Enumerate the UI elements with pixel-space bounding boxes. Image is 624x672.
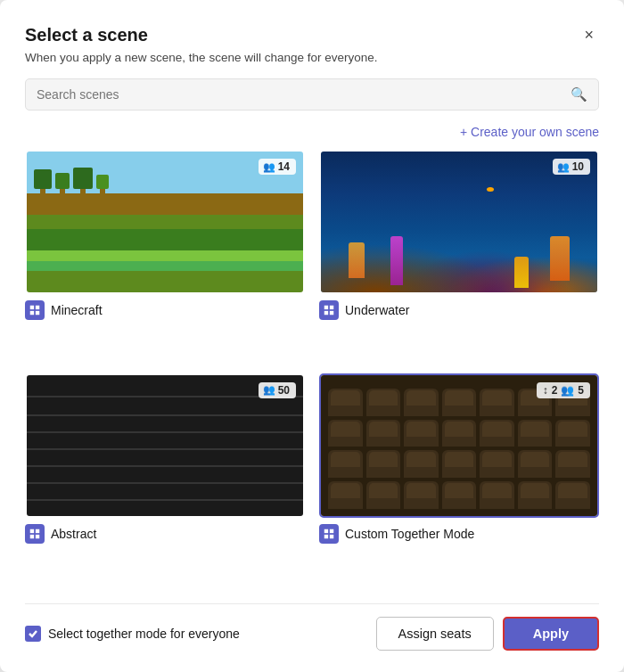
scene-label-row-custom: Custom Together Mode (319, 524, 599, 544)
scene-card-underwater[interactable]: 👥 10 Underwater (319, 150, 599, 359)
svg-rect-14 (324, 534, 328, 537)
svg-rect-5 (330, 306, 333, 309)
scene-label-row-abstract: Abstract (25, 524, 305, 544)
checkbox-together-mode[interactable] (25, 626, 41, 642)
dialog-subtitle: When you apply a new scene, the scene wi… (25, 51, 599, 64)
seat-badge-icon-uw: 👥 (557, 161, 570, 173)
checkbox-text: Select together mode for everyone (48, 627, 240, 641)
minecraft-seat-badge: 👥 14 (259, 159, 296, 175)
svg-rect-8 (30, 529, 34, 532)
svg-rect-10 (30, 534, 34, 537)
scene-name-minecraft: Minecraft (51, 303, 103, 317)
svg-rect-3 (36, 311, 39, 315)
svg-rect-2 (30, 311, 34, 315)
svg-rect-6 (324, 311, 328, 315)
custom-seat-icon-people: 👥 (561, 384, 574, 397)
apply-button[interactable]: Apply (503, 617, 599, 651)
scene-thumb-custom: ↕ 2 👥 5 (319, 373, 599, 518)
checkbox-label[interactable]: Select together mode for everyone (25, 626, 240, 642)
scene-name-abstract: Abstract (51, 527, 96, 541)
abstract-seat-count: 50 (278, 384, 290, 397)
search-icon: 🔍 (571, 86, 587, 102)
svg-rect-13 (330, 529, 333, 532)
scene-card-abstract[interactable]: 👥 50 Abstract (25, 373, 305, 583)
create-own-link[interactable]: + Create your own scene (460, 125, 599, 139)
footer-buttons: Assign seats Apply (376, 617, 600, 651)
svg-rect-11 (36, 534, 39, 537)
scene-label-row-underwater: Underwater (319, 300, 599, 320)
footer-row: Select together mode for everyone Assign… (25, 603, 599, 651)
scene-icon-minecraft (25, 300, 45, 320)
minecraft-seat-count: 14 (278, 160, 290, 173)
scene-card-minecraft[interactable]: 👥 14 Minecraft (25, 150, 305, 359)
scene-icon-abstract (25, 524, 45, 544)
scene-label-row-minecraft: Minecraft (25, 300, 305, 320)
custom-seat-count-left: 2 (552, 384, 558, 397)
custom-seat-count-right: 5 (578, 384, 584, 397)
close-button[interactable]: × (579, 25, 599, 45)
scene-thumb-minecraft: 👥 14 (25, 150, 305, 294)
assign-seats-button[interactable]: Assign seats (376, 617, 494, 651)
custom-seat-badge: ↕ 2 👥 5 (537, 382, 590, 398)
scene-name-underwater: Underwater (345, 303, 409, 317)
scene-icon-underwater (319, 300, 339, 320)
abstract-seat-badge: 👥 50 (259, 382, 296, 398)
seat-badge-icon-abs: 👥 (263, 384, 275, 396)
search-bar: 🔍 (25, 78, 599, 111)
seat-badge-icon: 👥 (263, 161, 275, 173)
create-own-row: + Create your own scene (25, 125, 599, 139)
svg-rect-7 (330, 311, 333, 315)
svg-rect-9 (36, 529, 39, 532)
scene-thumb-abstract: 👥 50 (25, 373, 305, 518)
scenes-grid: 👥 14 Minecraft (25, 150, 599, 582)
select-scene-dialog: Select a scene × When you apply a new sc… (0, 0, 624, 672)
svg-rect-1 (36, 306, 39, 309)
svg-rect-15 (330, 534, 333, 537)
scene-card-custom[interactable]: ↕ 2 👥 5 Custom Together Mode (319, 373, 599, 583)
underwater-seat-badge: 👥 10 (553, 159, 590, 175)
svg-rect-12 (324, 529, 328, 532)
seats-visual (321, 381, 597, 515)
scene-thumb-underwater: 👥 10 (319, 150, 599, 294)
svg-rect-4 (324, 306, 328, 309)
custom-seat-icon-arrow: ↕ (543, 384, 548, 397)
underwater-seat-count: 10 (572, 160, 584, 173)
scene-icon-custom (319, 524, 339, 544)
svg-rect-0 (30, 306, 34, 309)
dialog-header: Select a scene × (25, 25, 599, 45)
search-input[interactable] (37, 87, 571, 102)
scene-name-custom: Custom Together Mode (345, 527, 474, 541)
dialog-title: Select a scene (25, 25, 148, 45)
